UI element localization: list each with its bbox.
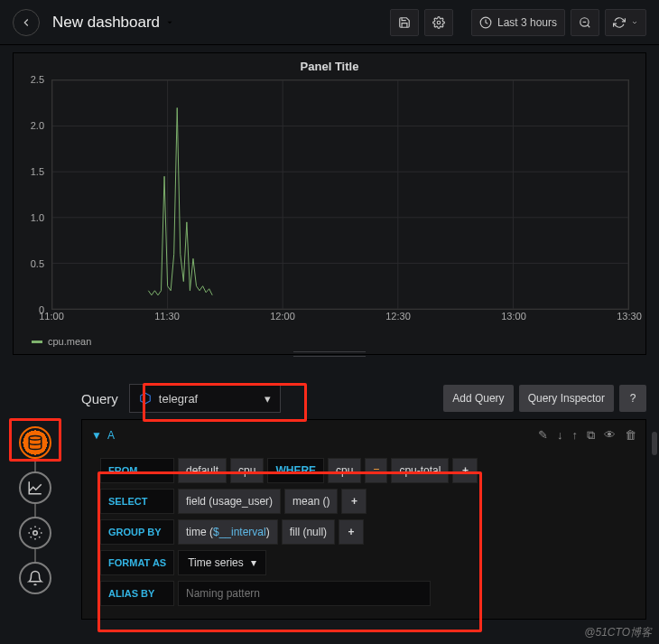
- plot-svg: [52, 80, 628, 309]
- add-where-button[interactable]: +: [452, 458, 478, 483]
- time-range-button[interactable]: Last 3 hours: [471, 9, 565, 36]
- bell-icon: [27, 570, 43, 586]
- settings-button[interactable]: [424, 9, 453, 36]
- resize-handle[interactable]: [293, 351, 366, 357]
- caret-down-icon: ▾: [265, 392, 271, 406]
- query-row-actions: ✎ ↓ ↑ ⧉ 👁 🗑: [538, 428, 636, 443]
- query-letter: A: [107, 429, 115, 442]
- watermark-text: @51CTO博客: [584, 625, 652, 640]
- caret-down-icon: ▾: [251, 556, 256, 569]
- legend-label: cpu.mean: [48, 336, 91, 347]
- groupby-time-suffix: ): [266, 526, 270, 538]
- panel: Panel Title 00.51.01.52.02.5 11:0011:301…: [13, 52, 646, 355]
- plot-area[interactable]: [51, 79, 629, 310]
- tab-connector: [34, 504, 36, 517]
- svg-line-3: [588, 24, 590, 27]
- query-row-header[interactable]: ▼ A ✎ ↓ ↑ ⧉ 👁 🗑: [82, 420, 645, 451]
- groupby-keyword: GROUP BY: [100, 519, 174, 545]
- groupby-row: GROUP BY time ($__interval) fill (null) …: [100, 518, 636, 546]
- delete-icon[interactable]: 🗑: [625, 428, 636, 443]
- tab-visualization[interactable]: [19, 471, 51, 504]
- gear-bug-icon: [27, 525, 43, 541]
- zoom-out-button[interactable]: [571, 9, 599, 36]
- select-agg-segment[interactable]: mean (): [284, 489, 338, 514]
- x-axis: 11:0011:3012:0012:3013:0013:30: [51, 311, 629, 329]
- editor-tab-sidebar: [13, 419, 58, 602]
- format-keyword: FORMAT AS: [100, 550, 174, 575]
- query-list: ▼ A ✎ ↓ ↑ ⧉ 👁 🗑 FROM default cpu WHERE: [81, 419, 646, 620]
- from-keyword: FROM: [100, 458, 174, 483]
- query-header: Query telegraf ▾ Add Query Query Inspect…: [81, 378, 646, 419]
- datasource-name: telegraf: [159, 392, 198, 406]
- format-select[interactable]: Time series ▾: [178, 550, 266, 575]
- zoom-out-icon: [579, 16, 591, 29]
- query-body: Query telegraf ▾ Add Query Query Inspect…: [81, 378, 646, 644]
- where-keyword: WHERE: [267, 458, 324, 483]
- dashboard-title-dropdown[interactable]: New dashboard: [52, 14, 174, 32]
- query-inspector-button[interactable]: Query Inspector: [519, 385, 614, 412]
- svg-point-0: [437, 21, 441, 24]
- caret-down-icon: [165, 18, 174, 27]
- svg-point-17: [29, 436, 42, 441]
- tab-alert[interactable]: [19, 562, 51, 594]
- retention-policy-segment[interactable]: default: [178, 458, 227, 483]
- toggle-visibility-icon[interactable]: 👁: [604, 428, 616, 443]
- panel-editor: Query telegraf ▾ Add Query Query Inspect…: [13, 378, 646, 644]
- select-field-segment[interactable]: field (usage_user): [178, 489, 281, 514]
- save-icon: [398, 16, 411, 29]
- measurement-segment[interactable]: cpu: [230, 458, 264, 483]
- svg-marker-19: [141, 393, 151, 404]
- scrollbar-thumb[interactable]: [652, 432, 657, 455]
- move-down-icon[interactable]: ↓: [557, 428, 563, 443]
- from-row: FROM default cpu WHERE cpu = cpu-total +: [100, 456, 636, 485]
- tab-connector: [34, 459, 36, 471]
- groupby-time-var: $__interval: [213, 526, 266, 538]
- select-keyword: SELECT: [100, 489, 174, 514]
- format-row: FORMAT AS Time series ▾: [100, 548, 636, 577]
- groupby-fill-segment[interactable]: fill (null): [282, 519, 335, 545]
- move-up-icon[interactable]: ↑: [572, 428, 579, 443]
- query-section-title: Query: [81, 391, 118, 406]
- duplicate-icon[interactable]: ⧉: [587, 428, 595, 443]
- time-range-text: Last 3 hours: [497, 16, 557, 29]
- caret-down-icon: ▼: [91, 429, 102, 442]
- toolbar-right-group: Last 3 hours: [390, 9, 646, 36]
- tab-connector: [34, 549, 36, 562]
- chart-area[interactable]: 00.51.01.52.02.5 11:0011:3012:0012:3013:…: [14, 79, 645, 332]
- edit-icon[interactable]: ✎: [538, 428, 548, 443]
- refresh-icon: [613, 16, 626, 29]
- legend-swatch: [32, 341, 42, 343]
- where-value-segment[interactable]: cpu-total: [391, 458, 449, 483]
- back-button[interactable]: [13, 9, 40, 36]
- tab-general[interactable]: [19, 517, 51, 549]
- alias-keyword: ALIAS BY: [100, 581, 174, 606]
- groupby-time-prefix: time (: [186, 526, 213, 538]
- y-axis: 00.51.01.52.02.5: [14, 79, 50, 310]
- datasource-select[interactable]: telegraf ▾: [129, 384, 281, 413]
- top-toolbar: New dashboard Last 3 hours: [0, 0, 659, 45]
- svg-point-18: [33, 531, 38, 536]
- add-query-button[interactable]: Add Query: [443, 385, 513, 412]
- where-tag-segment[interactable]: cpu: [328, 458, 361, 483]
- alias-row: ALIAS BY: [100, 579, 636, 608]
- arrow-left-icon: [20, 16, 32, 29]
- add-select-button[interactable]: +: [341, 489, 367, 514]
- tab-queries[interactable]: [19, 426, 51, 459]
- alias-input[interactable]: [178, 581, 431, 606]
- select-row: SELECT field (usage_user) mean () +: [100, 487, 636, 516]
- groupby-time-segment[interactable]: time ($__interval): [178, 519, 278, 545]
- panel-title[interactable]: Panel Title: [14, 53, 645, 79]
- influxdb-icon: [139, 392, 152, 405]
- dashboard-title-text: New dashboard: [52, 14, 160, 32]
- where-operator-segment[interactable]: =: [365, 458, 387, 483]
- format-value: Time series: [188, 556, 244, 569]
- caret-down-icon: [631, 19, 638, 26]
- add-groupby-button[interactable]: +: [339, 519, 364, 545]
- query-rows: FROM default cpu WHERE cpu = cpu-total +…: [82, 451, 645, 619]
- refresh-button[interactable]: [605, 9, 646, 36]
- clock-icon: [479, 16, 492, 29]
- database-icon: [27, 434, 43, 451]
- query-help-button[interactable]: ?: [619, 385, 646, 412]
- save-button[interactable]: [390, 9, 419, 36]
- gear-icon: [432, 16, 445, 29]
